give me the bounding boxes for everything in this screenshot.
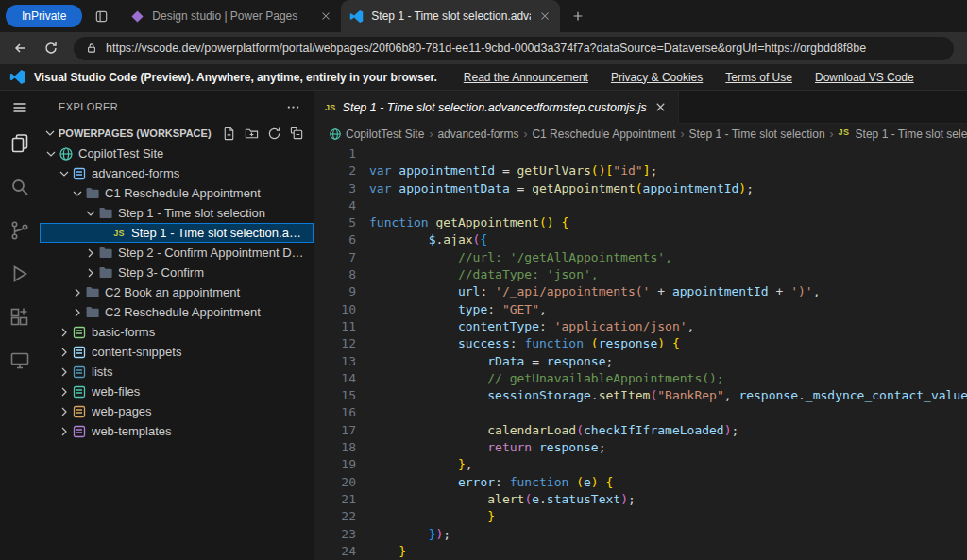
form-icon bbox=[72, 424, 87, 439]
tree-item-lists[interactable]: lists bbox=[40, 362, 314, 382]
line-number: 8 bbox=[314, 266, 356, 283]
vscode-icon bbox=[349, 9, 364, 24]
chevron-right-icon bbox=[83, 246, 98, 261]
tree-item-c2-book-an-appointment[interactable]: C2 Book an appointment bbox=[40, 282, 314, 302]
form-icon bbox=[72, 365, 87, 380]
new-file-icon[interactable] bbox=[222, 127, 236, 141]
code-text: success: function (response) { bbox=[356, 335, 680, 352]
form-icon bbox=[72, 384, 87, 399]
breadcrumb-item-copilottest-site[interactable]: CopilotTest Site bbox=[329, 127, 424, 141]
browser-navbar: https://vscode.dev/powerplatform/portal/… bbox=[0, 32, 967, 64]
tree-item-content-snippets[interactable]: content-snippets bbox=[40, 342, 314, 362]
workspace-header[interactable]: POWERPAGES (WORKSPACE) bbox=[40, 123, 314, 144]
code-line: 16 bbox=[314, 404, 967, 421]
new-tab-icon[interactable] bbox=[571, 9, 585, 23]
refresh-icon[interactable] bbox=[267, 127, 281, 141]
browser-tab-title: Design studio | Power Pages bbox=[152, 9, 312, 23]
close-icon[interactable] bbox=[538, 9, 551, 23]
code-text: url: '/_api/appointments(' + appointment… bbox=[356, 283, 820, 300]
line-number: 5 bbox=[314, 214, 356, 231]
tree-item-c2-reschedule-appointment[interactable]: C2 Reschedule Appointment bbox=[40, 302, 314, 322]
editor-tab[interactable]: JS Step 1 - Time slot selection.advanced… bbox=[314, 91, 679, 124]
tree-item-step-3-confirm[interactable]: Step 3- Confirm bbox=[40, 263, 314, 282]
tree-item-web-templates[interactable]: web-templates bbox=[40, 421, 314, 441]
tree-item-label: C2 Book an appointment bbox=[105, 285, 246, 299]
breadcrumb-item-c1-reschedule-appointment[interactable]: C1 Reschedule Appointment bbox=[532, 127, 675, 141]
breadcrumb-label: advanced-forms bbox=[437, 127, 518, 141]
tree-item-step-1-time-slot-selection-advancedformstep-customjs-js[interactable]: JSStep 1 - Time slot selection.advancedf… bbox=[40, 223, 314, 243]
chevron-down-icon bbox=[57, 166, 72, 181]
chevron-right-icon bbox=[70, 305, 85, 320]
collapse-all-icon[interactable] bbox=[290, 127, 304, 141]
code-line: 24 } bbox=[314, 543, 967, 560]
code-line: 23 }); bbox=[314, 526, 967, 543]
tree-item-label: basic-forms bbox=[92, 325, 161, 339]
extensions-icon[interactable] bbox=[8, 306, 31, 329]
address-bar[interactable]: https://vscode.dev/powerplatform/portal/… bbox=[74, 37, 954, 60]
activity-bar bbox=[0, 91, 40, 560]
tree-item-label: Step 2 - Confirm Appointment Details bbox=[118, 246, 314, 260]
back-icon[interactable] bbox=[13, 41, 28, 56]
js-icon: JS bbox=[839, 127, 852, 141]
line-number: 18 bbox=[314, 439, 356, 456]
url-text: https://vscode.dev/powerplatform/portal/… bbox=[106, 42, 866, 55]
workspace-actions bbox=[222, 127, 304, 141]
breadcrumb-label: Step 1 - Time slot selection bbox=[689, 127, 825, 141]
code-line: 4 bbox=[314, 197, 967, 214]
chevron-down-icon bbox=[42, 126, 58, 141]
site-icon bbox=[329, 127, 342, 141]
tree-item-step-2-confirm-appointment-details[interactable]: Step 2 - Confirm Appointment Details bbox=[40, 243, 314, 263]
tree-item-web-pages[interactable]: web-pages bbox=[40, 401, 314, 421]
tree-item-web-files[interactable]: web-files bbox=[40, 382, 314, 401]
menu-icon[interactable] bbox=[12, 100, 27, 115]
form-icon bbox=[72, 404, 87, 419]
folder-icon bbox=[98, 206, 113, 221]
close-icon[interactable] bbox=[653, 100, 668, 114]
code-line: 14 // getUnavailableAppointments(); bbox=[314, 370, 967, 387]
file-tree: CopilotTest Siteadvanced-formsC1 Resched… bbox=[40, 144, 314, 560]
folder-icon bbox=[85, 285, 100, 300]
browser-tabs: Design studio | Power PagesStep 1 - Time… bbox=[122, 0, 560, 32]
line-number: 23 bbox=[314, 526, 356, 543]
refresh-icon[interactable] bbox=[43, 41, 59, 56]
tree-item-label: advanced-forms bbox=[92, 166, 185, 180]
tree-item-basic-forms[interactable]: basic-forms bbox=[40, 322, 314, 342]
banner-link-privacy-cookies[interactable]: Privacy & Cookies bbox=[611, 71, 703, 84]
tree-item-copilottest-site[interactable]: CopilotTest Site bbox=[40, 144, 314, 163]
explorer-icon[interactable] bbox=[8, 132, 31, 155]
new-folder-icon[interactable] bbox=[245, 127, 259, 141]
tree-item-label: Step 1 - Time slot selection bbox=[118, 206, 271, 220]
banner-link-terms-of-use[interactable]: Terms of Use bbox=[725, 71, 792, 84]
run-debug-icon[interactable] bbox=[8, 263, 31, 285]
browser-tab-step-1-time-slot-selection-adva[interactable]: Step 1 - Time slot selection.adva bbox=[341, 0, 560, 32]
tree-item-step-1-time-slot-selection[interactable]: Step 1 - Time slot selection bbox=[40, 203, 314, 223]
banner-link-read-the-announcement[interactable]: Read the Announcement bbox=[464, 71, 588, 84]
more-actions-icon[interactable] bbox=[286, 100, 300, 114]
code-text: //dataType: 'json', bbox=[356, 266, 599, 283]
breadcrumb-item-advanced-forms[interactable]: advanced-forms bbox=[437, 127, 518, 141]
banner-link-download-vs-code[interactable]: Download VS Code bbox=[815, 71, 914, 84]
breadcrumb-separator: › bbox=[830, 127, 834, 141]
breadcrumb-item-step-1-time-slot-selection-advancedformstep-customjs-js[interactable]: JSStep 1 - Time slot selection.advancedf… bbox=[839, 127, 967, 141]
close-icon[interactable] bbox=[319, 9, 332, 23]
remote-icon[interactable] bbox=[8, 349, 31, 372]
tree-item-advanced-forms[interactable]: advanced-forms bbox=[40, 163, 314, 183]
code-line: 10 type: "GET", bbox=[314, 301, 967, 318]
tree-item-label: C2 Reschedule Appointment bbox=[105, 305, 266, 319]
folder-icon bbox=[85, 305, 100, 320]
source-control-icon[interactable] bbox=[8, 219, 31, 242]
breadcrumb-item-step-1-time-slot-selection[interactable]: Step 1 - Time slot selection bbox=[689, 127, 825, 141]
breadcrumb-label: Step 1 - Time slot selection.advancedfor… bbox=[856, 127, 967, 141]
workspace-title: POWERPAGES (WORKSPACE) bbox=[59, 127, 222, 139]
code-text bbox=[356, 404, 369, 421]
tree-item-c1-reschedule-appointment[interactable]: C1 Reschedule Appointment bbox=[40, 183, 314, 203]
inprivate-badge[interactable]: InPrivate bbox=[6, 5, 82, 27]
search-icon[interactable] bbox=[8, 176, 31, 198]
browser-tab-design-studio-power-pages[interactable]: Design studio | Power Pages bbox=[122, 0, 341, 32]
tab-actions-icon[interactable] bbox=[94, 9, 109, 24]
code-editor[interactable]: 12var appointmentId = getUrlVars()["id"]… bbox=[314, 144, 967, 560]
folder-icon bbox=[98, 246, 113, 261]
code-text: // getUnavailableAppointments(); bbox=[356, 370, 724, 387]
code-text: var appointmentId = getUrlVars()["id"]; bbox=[356, 162, 657, 179]
code-line: 12 success: function (response) { bbox=[314, 335, 967, 352]
